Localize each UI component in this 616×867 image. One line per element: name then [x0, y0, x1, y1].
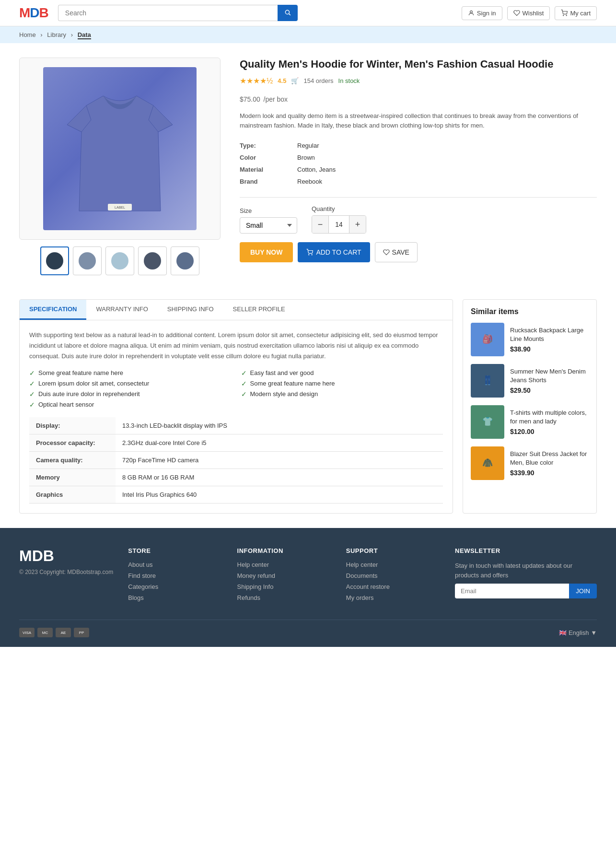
amex-icon: AE [56, 628, 71, 637]
footer-help-center[interactable]: Help center [237, 561, 332, 568]
thumbnail-5[interactable] [171, 246, 199, 275]
similar-item[interactable]: 🧥 Blazer Suit Dress Jacket for Men, Blue… [471, 446, 589, 480]
check-icon-6: ✓ [241, 380, 247, 387]
footer-shipping-info[interactable]: Shipping Info [237, 583, 332, 590]
footer-blogs[interactable]: Blogs [128, 594, 222, 601]
price-value: $75.00 [240, 95, 260, 103]
tab-body-text: With supporting text below as a natural … [29, 330, 443, 362]
qty-increase-button[interactable]: + [349, 216, 366, 233]
orders-icon: 🛒 [291, 77, 299, 84]
similar-title: Similar items [471, 307, 589, 316]
similar-item[interactable]: 👕 T-shirts with multiple colors, for men… [471, 405, 589, 439]
tab-content: With supporting text below as a natural … [20, 320, 453, 513]
save-label: SAVE [392, 248, 409, 256]
spec-detail-row: Display:13.3-inch LED-backlit display wi… [29, 417, 443, 434]
tabs-similar-section: SPECIFICATION WARRANTY INFO SHIPPING INF… [0, 290, 616, 528]
search-bar [58, 5, 298, 21]
similar-name-3: Blazer Suit Dress Jacket for Men, Blue c… [510, 450, 589, 467]
signin-button[interactable]: Sign in [462, 6, 502, 20]
thumbnail-1[interactable] [40, 246, 69, 275]
buy-now-button[interactable]: BUY NOW [240, 242, 293, 262]
svg-text:👖: 👖 [482, 375, 493, 386]
check-icon-3: ✓ [29, 390, 35, 398]
size-select[interactable]: Small Medium Large XL XXL [240, 217, 297, 234]
spec-detail-table: Display:13.3-inch LED-backlit display wi… [29, 417, 443, 504]
footer-info-col: INFORMATION Help center Money refund Shi… [237, 547, 332, 605]
svg-line-1 [289, 13, 290, 15]
thumbnail-4[interactable] [138, 246, 167, 275]
features-grid: ✓ Some great feature name here ✓ Easy fa… [29, 369, 443, 409]
product-spec-row: BrandReebook [240, 176, 597, 187]
divider [240, 197, 597, 198]
quantity-field-group: Quantity − 14 + [312, 205, 366, 234]
star-icons: ★★★★½ [240, 76, 273, 85]
similar-item[interactable]: 🎒 Rucksack Backpack Large Line Mounts $3… [471, 323, 589, 356]
logo-d: D [30, 5, 39, 20]
similar-thumb-0: 🎒 [471, 323, 504, 356]
stock-status: In stock [338, 77, 360, 84]
add-to-cart-button[interactable]: ADD TO CART [298, 242, 370, 262]
feature-3: ✓ Duis aute irure dolor in reprehenderit [29, 390, 232, 398]
tab-shipping[interactable]: SHIPPING INFO [158, 300, 223, 320]
similar-info-2: T-shirts with multiple colors, for men a… [510, 409, 589, 435]
thumbnail-2[interactable] [73, 246, 102, 275]
svg-point-3 [563, 15, 564, 16]
main-product-image: LABEL [19, 58, 221, 240]
breadcrumb: Home › Library › Data [0, 26, 616, 43]
similar-item[interactable]: 👖 Summer New Men's Denim Jeans Shorts $2… [471, 364, 589, 398]
footer-find-store[interactable]: Find store [128, 572, 222, 579]
similar-name-0: Rucksack Backpack Large Line Mounts [510, 326, 589, 343]
product-specs-table: Type:RegularColorBrownMaterialCotton, Je… [240, 140, 597, 187]
footer-about-us[interactable]: About us [128, 561, 222, 568]
tab-seller[interactable]: SELLER PROFILE [223, 300, 295, 320]
footer-money-refund[interactable]: Money refund [237, 572, 332, 579]
footer-account-restore[interactable]: Account restore [346, 583, 441, 590]
spec-detail-row: Memory8 GB RAM or 16 GB RAM [29, 469, 443, 486]
newsletter-join-button[interactable]: JOIN [569, 584, 597, 598]
tabs-panel: SPECIFICATION WARRANTY INFO SHIPPING INF… [19, 299, 453, 514]
footer-refunds[interactable]: Refunds [237, 594, 332, 601]
cart-button[interactable]: My cart [555, 6, 597, 20]
similar-thumb-1: 👖 [471, 364, 504, 398]
similar-info-3: Blazer Suit Dress Jacket for Men, Blue c… [510, 450, 589, 477]
footer-support-help[interactable]: Help center [346, 561, 441, 568]
footer-my-orders[interactable]: My orders [346, 594, 441, 601]
search-button[interactable] [278, 5, 298, 21]
price-unit: /per box [264, 95, 288, 103]
footer-categories[interactable]: Categories [128, 583, 222, 590]
newsletter-email-input[interactable] [455, 584, 569, 598]
tab-warranty[interactable]: WARRANTY INFO [86, 300, 157, 320]
similar-price-2: $120.00 [510, 428, 589, 435]
similar-name-2: T-shirts with multiple colors, for men a… [510, 409, 589, 426]
footer-newsletter-col: NEWSLETTER Stay in touch with latest upd… [455, 547, 597, 605]
breadcrumb-home[interactable]: Home [19, 31, 36, 38]
feature-2: ✓ Lorem ipsum dolor sit amet, consectetu… [29, 380, 232, 387]
similar-price-1: $29.50 [510, 387, 589, 394]
wishlist-button[interactable]: Wishlist [507, 6, 550, 20]
spec-detail-row: Camera quality:720p FaceTime HD camera [29, 452, 443, 469]
quantity-control: − 14 + [312, 215, 366, 234]
footer-top: MDB © 2023 Copyright: MDBootstrap.com ST… [19, 547, 597, 605]
header-actions: Sign in Wishlist My cart [462, 6, 597, 20]
footer-documents[interactable]: Documents [346, 572, 441, 579]
product-section: LABEL Quality Men's Hoodie for Winter, M [0, 43, 616, 290]
tab-specification[interactable]: SPECIFICATION [20, 300, 86, 320]
similar-thumb-2: 👕 [471, 405, 504, 439]
thumbnail-3[interactable] [105, 246, 134, 275]
visa-icon: VISA [19, 628, 35, 637]
breadcrumb-current: Data [78, 31, 91, 39]
product-detail: Quality Men's Hoodie for Winter, Men's F… [240, 58, 597, 275]
product-thumbnails [19, 246, 221, 275]
footer-newsletter-text: Stay in touch with latest updates about … [455, 561, 597, 580]
check-icon-5: ✓ [241, 369, 247, 377]
feature-5: ✓ Easy fast and ver good [241, 369, 443, 377]
check-icon-2: ✓ [29, 380, 35, 387]
qty-decrease-button[interactable]: − [312, 216, 328, 233]
similar-name-1: Summer New Men's Denim Jeans Shorts [510, 367, 589, 385]
footer-logo: MDB [19, 547, 114, 565]
breadcrumb-library[interactable]: Library [47, 31, 66, 38]
search-input[interactable] [58, 5, 278, 21]
svg-text:🧥: 🧥 [482, 457, 493, 468]
save-button[interactable]: SAVE [375, 242, 418, 262]
language-select[interactable]: 🇬🇧 English ▼ [559, 629, 597, 636]
